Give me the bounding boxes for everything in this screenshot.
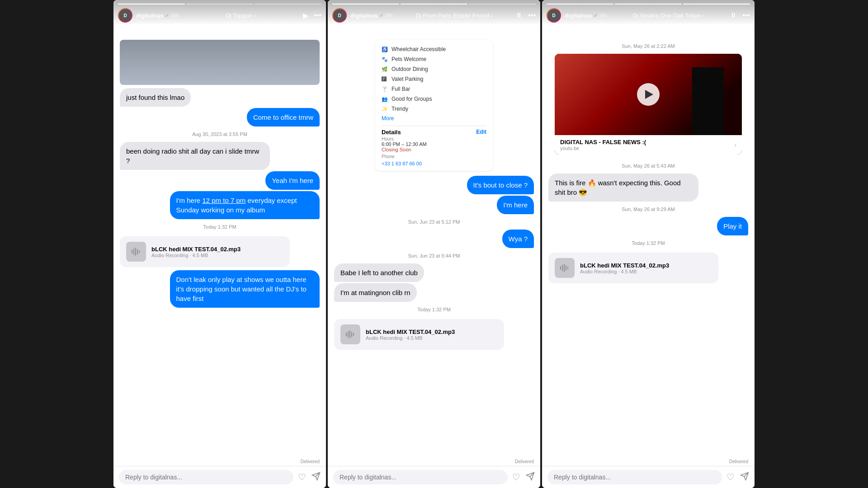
- msg-sent-2-2: I'm here: [497, 196, 534, 214]
- story-panel-1: D digitalnas ✓ 16h Dj Topgun ›: [113, 0, 326, 488]
- edit-link[interactable]: Edit: [476, 129, 486, 136]
- svg-rect-13: [566, 265, 566, 271]
- chat-area-2: ♿ Wheelchair Accessible 🐾 Pets Welcome 🌿…: [328, 0, 540, 466]
- svg-rect-1: [133, 249, 134, 255]
- audio-meta-3: Audio Recording · 4.5 MB: [580, 269, 669, 274]
- progress-bar-3-2: [615, 4, 682, 5]
- svg-rect-3: [137, 249, 138, 254]
- video-thumbnail-3: [555, 54, 742, 135]
- send-icon-1[interactable]: [311, 472, 321, 483]
- avatar-1[interactable]: D: [118, 8, 132, 23]
- more-icon-1[interactable]: •••: [314, 11, 321, 19]
- audio-attachment-2[interactable]: bLCK hedi MIX TEST.04_02.mp3 Audio Recor…: [334, 319, 504, 350]
- dropdown-item-trendy: ✨ Trendy: [382, 104, 486, 114]
- story-image-1: [120, 40, 320, 85]
- more-icon-3[interactable]: •••: [742, 11, 750, 19]
- heart-icon-2[interactable]: ♡: [512, 472, 520, 483]
- progress-bar-2-3: [469, 4, 536, 5]
- svg-rect-10: [560, 266, 561, 270]
- audio-meta-1: Audio Recording · 4.5 MB: [151, 253, 241, 258]
- progress-bar-3-3: [683, 4, 750, 5]
- svg-rect-11: [562, 265, 563, 271]
- time-ago-1: 16h: [170, 13, 179, 18]
- reply-actions-3: ♡: [726, 472, 749, 483]
- more-icon-2[interactable]: •••: [528, 11, 536, 19]
- audio-filename-1: bLCK hedi MIX TEST.04_02.mp3: [151, 246, 241, 253]
- video-title-3: DIGITAL NAS - FALSE NEWS :(: [560, 139, 646, 145]
- heart-icon-1[interactable]: ♡: [298, 472, 306, 483]
- chat-area-1: just found this lmao Come to office tmrw…: [113, 0, 326, 466]
- reply-input-2[interactable]: [333, 470, 508, 484]
- msg-sent-3-1: Play it: [717, 217, 748, 235]
- username-1: digitalnas: [136, 12, 164, 19]
- dropdown-item-groups: 👥 Good for Groups: [382, 94, 486, 104]
- trendy-icon: ✨: [382, 106, 388, 112]
- audio-filename-2: bLCK hedi MIX TEST.04_02.mp3: [366, 328, 455, 335]
- username-2: digitalnas: [350, 12, 378, 19]
- audio-attachment-1[interactable]: bLCK hedi MIX TEST.04_02.mp3 Audio Recor…: [120, 236, 290, 267]
- audio-filename-3: bLCK hedi MIX TEST.04_02.mp3: [580, 262, 669, 269]
- play-button-3[interactable]: [637, 83, 660, 106]
- msg-received-2-1: Babe I left to another club: [334, 263, 424, 282]
- bar-icon: 🍸: [382, 86, 388, 92]
- hours-label: Hours: [382, 136, 486, 141]
- audio-attachment-3[interactable]: bLCK hedi MIX TEST.04_02.mp3 Audio Recor…: [548, 253, 718, 283]
- wheelchair-icon: ♿: [382, 47, 388, 52]
- delivered-1: Delivered: [113, 458, 326, 466]
- svg-rect-7: [349, 330, 350, 338]
- reply-input-3[interactable]: [547, 470, 722, 484]
- timestamp-2-3: Today 1:32 PM: [334, 307, 534, 312]
- audio-info-2: bLCK hedi MIX TEST.04_02.mp3 Audio Recor…: [366, 328, 455, 341]
- header-actions-1: ▶ •••: [303, 11, 321, 20]
- username-3: digitalnas: [565, 12, 592, 19]
- timestamp-3-0: Sun, May 26 at 2:22 AM: [548, 43, 748, 49]
- avatar-2[interactable]: D: [332, 8, 347, 23]
- story-panel-3: D digitalnas ✓ 16h Dj Sinatra One Oak To…: [542, 0, 755, 488]
- video-chevron-3: ›: [734, 141, 736, 149]
- messages-scroll-1: just found this lmao Come to office tmrw…: [113, 36, 326, 458]
- heart-icon-3[interactable]: ♡: [726, 472, 735, 483]
- hours-value: 6:00 PM – 12:30 AM: [382, 141, 486, 147]
- progress-bars-2: [332, 4, 536, 5]
- svg-rect-12: [564, 264, 565, 272]
- send-icon-2[interactable]: [526, 472, 535, 483]
- audio-icon-1: [126, 242, 146, 262]
- header-actions-3: ⏸ •••: [730, 11, 750, 19]
- reply-input-1[interactable]: [119, 470, 293, 484]
- audio-info-1: bLCK hedi MIX TEST.04_02.mp3 Audio Recor…: [151, 246, 241, 258]
- msg-received-2: been doing radio shit all day can i slid…: [120, 142, 270, 170]
- msg-sent-4: Don't leak only play at shows we outta h…: [170, 270, 320, 308]
- pause-icon-2[interactable]: ⏸: [515, 11, 523, 19]
- svg-rect-14: [567, 267, 568, 269]
- video-text-3: DIGITAL NAS - FALSE NEWS :( youtu.be: [560, 139, 646, 151]
- audio-icon-2: [340, 324, 360, 344]
- video-card-3[interactable]: DIGITAL NAS - FALSE NEWS :( youtu.be ›: [555, 54, 742, 155]
- svg-rect-9: [353, 333, 354, 336]
- chat-area-3: Sun, May 26 at 2:22 AM: [542, 0, 755, 466]
- dropdown-item-bar: 🍸 Full Bar: [382, 84, 486, 94]
- timestamp-2-1: Sun, Jun 23 at 5:12 PM: [334, 219, 534, 225]
- more-link[interactable]: More: [382, 114, 486, 123]
- msg-received-3-1: This is fire 🔥 wasn't expecting this. Go…: [548, 174, 698, 202]
- user-meta-1: digitalnas ✓ 16h: [136, 12, 179, 19]
- pause-icon-3[interactable]: ⏸: [730, 11, 737, 19]
- svg-rect-6: [348, 331, 349, 338]
- valet-icon: 🅿: [382, 76, 388, 82]
- audio-meta-2: Audio Recording · 4.5 MB: [366, 335, 455, 341]
- send-icon-3[interactable]: [740, 472, 749, 483]
- msg-sent-1: Come to office tmrw: [247, 108, 320, 127]
- avatar-3[interactable]: D: [547, 8, 561, 23]
- closing-soon-text: Closing Soon: [382, 147, 486, 152]
- dropdown-item-valet: 🅿 Valet Parking: [382, 74, 486, 84]
- timestamp-1: Aug 30, 2023 at 3:55 PM: [120, 131, 320, 137]
- svg-rect-2: [135, 248, 136, 256]
- recipient-label-2: Dj From Paris Estelle Friend ›: [393, 12, 515, 19]
- story-header-2: D digitalnas ✓ 16h Dj From Paris Estelle…: [328, 0, 540, 25]
- phone-value: +33 1 63 87 66 00: [382, 161, 486, 166]
- story-header-3: D digitalnas ✓ 16h Dj Sinatra One Oak To…: [542, 0, 755, 25]
- messages-scroll-2: ♿ Wheelchair Accessible 🐾 Pets Welcome 🌿…: [328, 36, 540, 458]
- delivered-3: Delivered: [542, 458, 755, 466]
- story-panel-2: D digitalnas ✓ 16h Dj From Paris Estelle…: [328, 0, 540, 488]
- timestamp-3-3: Today 1:32 PM: [548, 240, 748, 246]
- play-icon-1[interactable]: ▶: [303, 11, 308, 20]
